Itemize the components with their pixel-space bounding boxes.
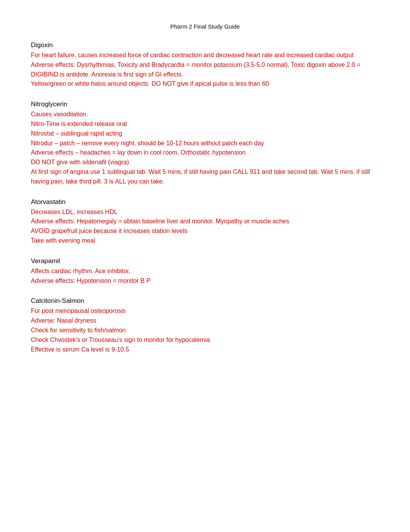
section-digoxin: DigoxinFor heart failure, causes increas…: [31, 41, 379, 89]
section-line: For post menopausal osteoporosis: [31, 306, 379, 316]
section-line: Nitrodur – patch – remove every night, s…: [31, 139, 379, 148]
section-heading-nitroglycerin: Nitroglycerin: [31, 100, 379, 108]
section-line: Nitro-Time is extended release oral: [31, 119, 379, 129]
section-verapamil: VerapamilAffects cardiac rhythm. Ace inh…: [31, 257, 379, 286]
section-line: Adverse effects: Hypotension = monitor B…: [31, 276, 379, 286]
section-line: Check Chvostek’s or Trousseau’s sign to …: [31, 335, 379, 345]
section-line: Check for sensitivity to fish/salmon: [31, 326, 379, 335]
section-calcitonin-salmon: Calcitonin-SalmonFor post menopausal ost…: [31, 297, 379, 354]
section-line: At first sign of angina use 1 sublingual…: [31, 167, 379, 187]
section-heading-atorvastatin: Atorvastatin: [31, 198, 379, 206]
section-line: Take with evening meal: [31, 236, 379, 246]
section-line: Affects cardiac rhythm. Ace inhibitor,: [31, 267, 379, 276]
section-heading-verapamil: Verapamil: [31, 257, 379, 265]
section-line: Adverse effects: Hepatomegaly = obtain b…: [31, 217, 379, 226]
section-body-atorvastatin: Decreases LDL, increases HDLAdverse effe…: [31, 207, 379, 246]
section-line: Yellow/green or white halos around objec…: [31, 79, 379, 89]
section-line: For heart failure, causes increased forc…: [31, 51, 379, 60]
section-line: Nitrostat – sublingual rapid acting: [31, 129, 379, 139]
section-body-digoxin: For heart failure, causes increased forc…: [31, 51, 379, 89]
section-line: Causes vasodilation.: [31, 110, 379, 119]
section-line: Adverse effects: Dysrhythmias, Toxicity …: [31, 60, 379, 80]
section-line: Effective is serum Ca level is 9-10.5: [31, 345, 379, 355]
section-line: DO NOT give with sildenafil (viagra): [31, 158, 379, 167]
section-line: AVOID grapefruit juice because it increa…: [31, 226, 379, 236]
section-heading-digoxin: Digoxin: [31, 41, 379, 49]
section-nitroglycerin: NitroglycerinCauses vasodilation.Nitro-T…: [31, 100, 379, 186]
section-line: Adverse: Nasal dryness: [31, 316, 379, 326]
section-heading-calcitonin-salmon: Calcitonin-Salmon: [31, 297, 379, 305]
section-atorvastatin: AtorvastatinDecreases LDL, increases HDL…: [31, 198, 379, 246]
section-body-calcitonin-salmon: For post menopausal osteoporosisAdverse:…: [31, 306, 379, 354]
page-title: Pharm 2 Final Study Guide: [31, 23, 379, 30]
section-line: Decreases LDL, increases HDL: [31, 207, 379, 217]
section-body-nitroglycerin: Causes vasodilation.Nitro-Time is extend…: [31, 110, 379, 186]
section-body-verapamil: Affects cardiac rhythm. Ace inhibitor,Ad…: [31, 267, 379, 286]
section-line: Adverse effects – headaches = lay down i…: [31, 148, 379, 158]
